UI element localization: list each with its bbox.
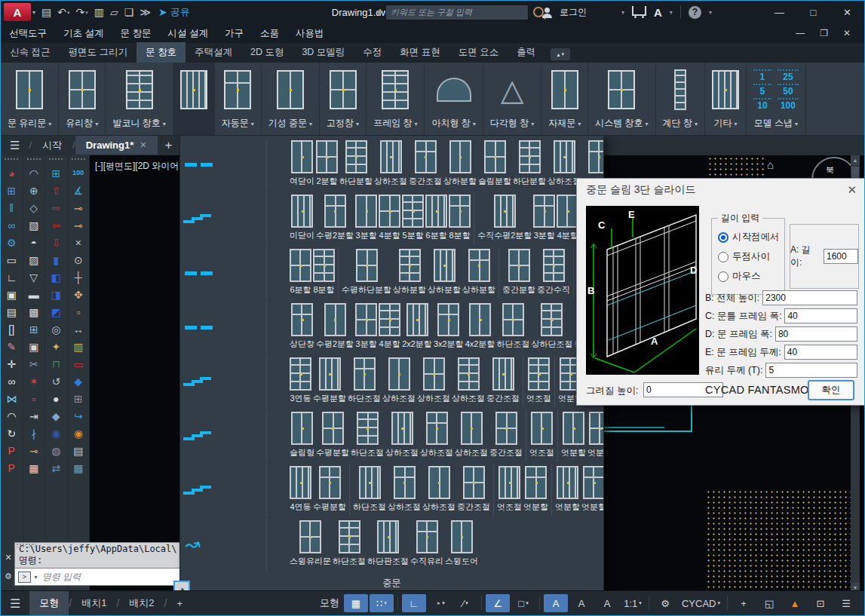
- palette-item[interactable]: 4x2분할: [465, 302, 496, 353]
- palette-item[interactable]: 상하조절: [416, 356, 451, 407]
- cross-icon[interactable]: ×: [69, 234, 88, 251]
- radio-0[interactable]: 시작점에서: [718, 231, 784, 244]
- category-icon[interactable]: [180, 193, 267, 244]
- ribbon-tab-9[interactable]: 출력: [508, 42, 544, 63]
- ok-button[interactable]: 확인: [808, 380, 854, 400]
- palette-item[interactable]: 하단조절: [347, 356, 382, 407]
- palette-item[interactable]: 스윙유리문: [289, 519, 332, 570]
- stack-icon[interactable]: ⊞: [24, 320, 44, 338]
- loft-icon[interactable]: ◓: [24, 234, 44, 251]
- palette-item[interactable]: 수평하단분할: [341, 247, 392, 299]
- palette-item[interactable]: 수평2분할: [315, 302, 354, 353]
- snap-value-1[interactable]: 25: [778, 69, 799, 82]
- palette-item[interactable]: 엇분할: [523, 464, 549, 516]
- doc-copy-icon[interactable]: ▤: [69, 442, 88, 459]
- close-button[interactable]: ✕: [830, 1, 864, 23]
- ribbon-panel-3[interactable]: [173, 63, 215, 135]
- palette-item[interactable]: 4분할: [378, 193, 401, 244]
- palette-item[interactable]: 엇조절: [529, 410, 555, 461]
- circle-dot-icon[interactable]: ⊙: [69, 251, 88, 268]
- slab-icon[interactable]: ▬: [24, 286, 44, 303]
- ribbon-panel-9[interactable]: △다각형 창▾: [483, 63, 541, 135]
- ribbon-tab-4[interactable]: 2D 도형: [241, 42, 293, 63]
- help-dropdown-icon[interactable]: ▾: [709, 9, 712, 16]
- sphere-box-icon[interactable]: ◍: [46, 442, 66, 459]
- category-icon[interactable]: [180, 356, 267, 407]
- radio-1[interactable]: 두점사이: [718, 250, 784, 263]
- bench-icon[interactable]: ⊓: [46, 355, 66, 372]
- menu-item-6[interactable]: 사용법: [287, 27, 333, 40]
- palette-item[interactable]: 상단창: [289, 302, 315, 353]
- cone-icon[interactable]: ▽: [24, 268, 44, 286]
- dark-window-icon[interactable]: ⊞: [69, 390, 88, 407]
- palette-item[interactable]: 하단분할: [339, 139, 373, 190]
- move-icon[interactable]: ✛: [2, 355, 21, 372]
- annotation-scale-button[interactable]: A: [595, 594, 619, 612]
- swap-block-icon[interactable]: ⇄: [46, 459, 66, 477]
- blue-box-icon[interactable]: ▮: [46, 251, 66, 268]
- palette-item[interactable]: 상하조절: [451, 356, 486, 407]
- palette-item[interactable]: 슬림형: [289, 410, 315, 461]
- zoom-window-icon[interactable]: ◎: [46, 320, 66, 338]
- layout-tab-0[interactable]: 모형: [29, 591, 69, 615]
- command-dropdown-icon[interactable]: ▼: [33, 575, 38, 580]
- grid-display-button[interactable]: ▦: [344, 594, 368, 612]
- ribbon-tab-2[interactable]: 문 창호: [136, 42, 186, 63]
- ribbon-tab-7[interactable]: 화면 표현: [391, 42, 449, 63]
- palette-item[interactable]: 중간조절: [408, 139, 443, 190]
- tab-drawing1[interactable]: Drawing1* ✕: [75, 136, 158, 155]
- window-panel-icon[interactable]: ⊞: [2, 182, 21, 199]
- ruler-icon[interactable]: ▥: [69, 338, 88, 355]
- layout-tab-3[interactable]: +: [167, 591, 192, 615]
- tab-close-icon[interactable]: ✕: [140, 140, 146, 150]
- category-icon[interactable]: [180, 410, 267, 461]
- ribbon-panel-6[interactable]: 고정창▾: [320, 63, 367, 135]
- extrude-icon[interactable]: ▧: [24, 216, 44, 234]
- hatch-icon[interactable]: ▤: [2, 303, 21, 320]
- bracket-icon[interactable]: []: [2, 320, 21, 338]
- snap-value-0[interactable]: 1: [753, 69, 771, 82]
- ribbon-tab-3[interactable]: 주택설계: [186, 42, 241, 63]
- ribbon-panel-7[interactable]: 프레임 창▾: [367, 63, 425, 135]
- door-b-icon[interactable]: ◨: [46, 286, 66, 303]
- category-icon[interactable]: [180, 464, 267, 516]
- palette-item[interactable]: 상하단조절: [530, 302, 573, 353]
- toolbar-grip[interactable]: [72, 158, 85, 163]
- column-dim-icon[interactable]: ‖: [2, 199, 21, 216]
- palette-item[interactable]: 3연동: [289, 356, 312, 407]
- sphere-icon[interactable]: ●: [46, 390, 66, 407]
- palette-item[interactable]: 상하조절: [387, 464, 422, 516]
- center-cross-icon[interactable]: ┼: [69, 268, 88, 286]
- palette-item[interactable]: 3분할: [354, 302, 378, 353]
- layout-tab-1[interactable]: 배치1: [72, 591, 116, 615]
- erase-icon[interactable]: ✎: [2, 338, 21, 355]
- app-dropdown-icon[interactable]: ▾: [32, 9, 35, 16]
- field-input-4[interactable]: [765, 363, 857, 378]
- door-a-icon[interactable]: ◧: [46, 268, 66, 286]
- palette-item[interactable]: 하단조절: [495, 302, 530, 353]
- store-dropdown-icon[interactable]: ▾: [670, 9, 673, 16]
- blue-cube-icon[interactable]: ◆: [69, 372, 88, 390]
- scroll-up-icon[interactable]: ▲: [851, 155, 860, 165]
- stretch-right-icon[interactable]: ⇨: [46, 199, 66, 216]
- palette-item[interactable]: 중간조절: [486, 356, 520, 407]
- parking-red-icon[interactable]: P: [2, 442, 21, 459]
- rect-point-icon[interactable]: ▣: [2, 286, 21, 303]
- ribbon-collapse-button[interactable]: ▴▾: [551, 48, 570, 60]
- cart-icon[interactable]: [632, 6, 646, 16]
- command-grip[interactable]: [16, 543, 35, 547]
- search-input[interactable]: [385, 5, 529, 20]
- dim-line-icon[interactable]: ↔: [69, 320, 88, 338]
- osnap-button[interactable]: □▾: [511, 594, 535, 612]
- palette-item[interactable]: 2분할: [315, 139, 339, 190]
- palette-item[interactable]: 3x2분할: [433, 302, 465, 353]
- palette-item[interactable]: 상하조절: [382, 356, 416, 407]
- snap-value-5[interactable]: 100: [778, 98, 799, 111]
- viewcube-home-icon[interactable]: ⌂: [767, 158, 774, 171]
- camera-icon[interactable]: ◉: [46, 424, 66, 442]
- graphics-performance-button[interactable]: ▲: [783, 594, 807, 612]
- menu-item-2[interactable]: 문 창문: [112, 27, 159, 40]
- stretch-left-icon[interactable]: ⇦: [46, 216, 66, 234]
- snap-mode-button[interactable]: ∷▾: [370, 594, 394, 612]
- toolbar-grip[interactable]: [49, 158, 63, 163]
